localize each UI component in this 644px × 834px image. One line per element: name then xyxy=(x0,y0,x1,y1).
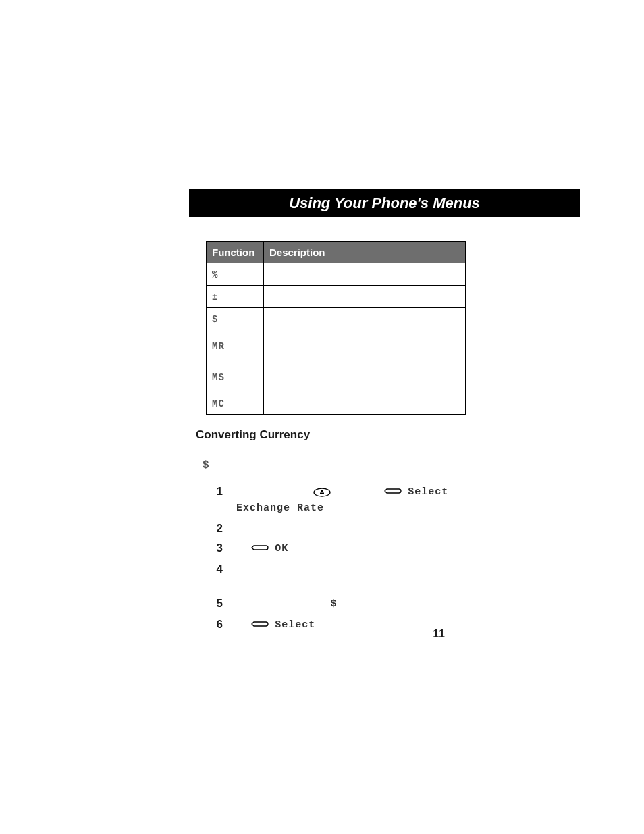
step-6: 6 Select xyxy=(203,617,580,633)
step-4: 4 xyxy=(203,561,580,591)
step-5: 5 $ xyxy=(203,596,580,612)
section-title: Using Your Phone's Menus xyxy=(289,194,480,211)
table-row: MC xyxy=(207,392,466,415)
step-2: 2 xyxy=(203,521,580,536)
step-content: $ xyxy=(236,596,580,612)
currency-symbol: $ xyxy=(203,459,209,471)
select-label: Select xyxy=(408,486,448,498)
description-cell xyxy=(264,392,466,415)
table-header-function: Function xyxy=(207,242,264,263)
section-title-bar: Using Your Phone's Menus xyxy=(189,189,580,217)
ok-label: OK xyxy=(275,543,288,554)
description-cell xyxy=(264,361,466,392)
step-number: 6 xyxy=(203,617,223,631)
function-plusminus: ± xyxy=(212,292,217,303)
table-header-description: Description xyxy=(264,242,466,263)
step-number: 3 xyxy=(203,540,223,555)
step-content: OK xyxy=(236,540,580,556)
soft-key-icon xyxy=(384,484,402,499)
table-row: % xyxy=(207,263,466,286)
step-content: Select Exchange Rate xyxy=(236,484,580,516)
step-content xyxy=(236,561,580,591)
converting-currency-heading: Converting Currency xyxy=(196,428,580,442)
function-percent: % xyxy=(212,269,217,280)
function-currency: $ xyxy=(212,314,217,325)
page-content: Using Your Phone's Menus Function Descri… xyxy=(0,0,644,633)
step-content xyxy=(236,521,580,536)
svg-point-0 xyxy=(314,488,330,496)
step-number: 5 xyxy=(203,596,223,610)
step-3: 3 OK xyxy=(203,540,580,556)
inline-dollar: $ xyxy=(330,598,337,610)
step-number: 1 xyxy=(203,484,223,498)
description-cell xyxy=(264,308,466,330)
step-content: Select xyxy=(236,617,580,633)
steps-list: 1 Select Exchange xyxy=(203,484,580,633)
step-number: 2 xyxy=(203,521,223,536)
table-row: MS xyxy=(207,361,466,392)
page-number: 11 xyxy=(433,628,445,640)
svg-rect-2 xyxy=(320,492,324,494)
description-cell xyxy=(264,263,466,286)
function-ms: MS xyxy=(212,372,225,383)
description-cell xyxy=(264,286,466,308)
select-label: Select xyxy=(275,619,315,631)
soft-key-icon xyxy=(251,617,269,632)
step-number: 4 xyxy=(203,561,223,576)
function-table: Function Description % ± $ MR MS xyxy=(206,241,466,415)
description-cell xyxy=(264,330,466,361)
svg-rect-1 xyxy=(321,490,323,492)
table-row: $ xyxy=(207,308,466,330)
nav-key-icon xyxy=(313,484,331,499)
exchange-rate-label: Exchange Rate xyxy=(236,502,324,514)
function-mr: MR xyxy=(212,341,225,352)
step-1: 1 Select Exchange xyxy=(203,484,580,516)
soft-key-icon xyxy=(251,541,269,556)
function-mc: MC xyxy=(212,398,225,409)
table-row: ± xyxy=(207,286,466,308)
table-row: MR xyxy=(207,330,466,361)
